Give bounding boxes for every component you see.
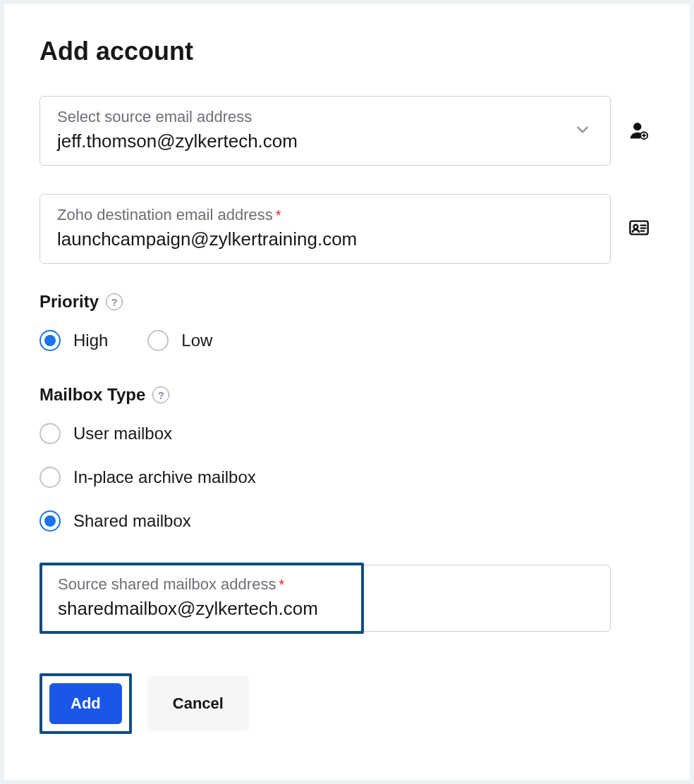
cancel-button[interactable]: Cancel — [147, 676, 249, 731]
priority-label: Priority ? — [39, 292, 655, 312]
mailbox-type-user-label: User mailbox — [73, 424, 172, 443]
radio-on-icon — [39, 330, 61, 351]
contact-card-icon[interactable] — [628, 216, 650, 242]
mailbox-type-archive-label: In-place archive mailbox — [73, 467, 256, 487]
help-icon[interactable]: ? — [106, 293, 123, 310]
radio-off-icon — [147, 330, 169, 351]
mailbox-type-radio-archive[interactable]: In-place archive mailbox — [39, 467, 655, 488]
source-email-label: Select source email address — [57, 108, 593, 126]
chevron-down-icon — [573, 121, 592, 142]
required-asterisk: * — [279, 577, 284, 593]
add-button-highlight: Add — [39, 673, 132, 734]
priority-radio-low[interactable]: Low — [147, 330, 212, 351]
source-email-row: Select source email address jeff.thomson… — [39, 96, 655, 166]
mailbox-type-options: User mailbox In-place archive mailbox Sh… — [39, 423, 655, 532]
radio-off-icon — [39, 423, 61, 444]
shared-mailbox-field-extension[interactable] — [364, 565, 611, 632]
priority-radio-high[interactable]: High — [39, 330, 108, 351]
destination-email-row: Zoho destination email address* — [39, 194, 655, 264]
radio-on-icon — [39, 510, 61, 532]
button-row: Add Cancel — [39, 673, 655, 734]
add-button[interactable]: Add — [49, 683, 122, 724]
priority-high-label: High — [73, 331, 108, 350]
shared-mailbox-row: Source shared mailbox address* — [39, 563, 611, 634]
destination-email-label: Zoho destination email address* — [57, 206, 593, 224]
priority-options: High Low — [39, 330, 655, 351]
mailbox-type-shared-label: Shared mailbox — [73, 511, 191, 531]
shared-mailbox-input[interactable] — [58, 598, 346, 620]
page-title: Add account — [39, 37, 655, 66]
source-email-select[interactable]: Select source email address jeff.thomson… — [39, 96, 611, 166]
required-asterisk: * — [276, 207, 281, 223]
help-icon[interactable]: ? — [152, 386, 169, 403]
priority-low-label: Low — [181, 331, 212, 350]
radio-off-icon — [39, 467, 61, 488]
svg-point-4 — [633, 224, 638, 228]
destination-email-input[interactable] — [57, 228, 593, 250]
shared-mailbox-label: Source shared mailbox address* — [58, 575, 346, 594]
mailbox-type-radio-user[interactable]: User mailbox — [39, 423, 655, 444]
add-account-panel: Add account Select source email address … — [4, 4, 690, 780]
add-user-icon[interactable] — [628, 119, 649, 143]
destination-email-field[interactable]: Zoho destination email address* — [39, 194, 611, 264]
shared-mailbox-field[interactable]: Source shared mailbox address* — [39, 563, 364, 634]
source-email-value: jeff.thomson@zylkertech.com — [57, 130, 593, 152]
mailbox-type-label: Mailbox Type ? — [39, 385, 655, 405]
mailbox-type-radio-shared[interactable]: Shared mailbox — [39, 510, 655, 532]
